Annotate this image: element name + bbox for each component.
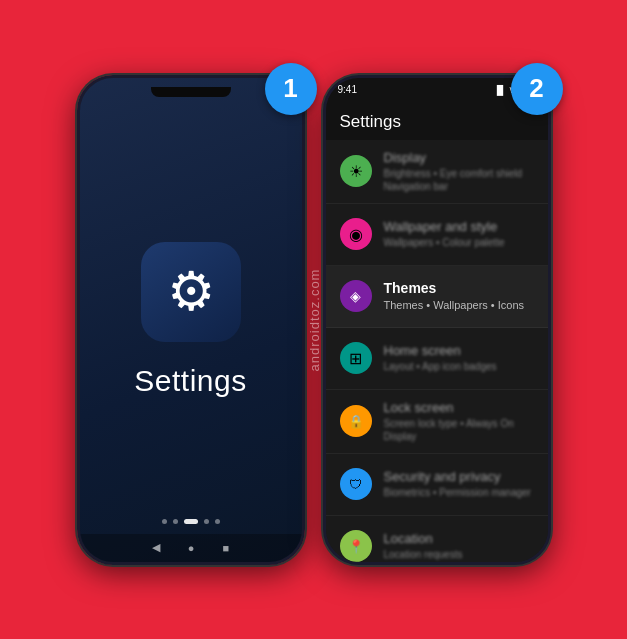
dot-2 — [173, 519, 178, 524]
settings-item-themes[interactable]: ◈ Themes Themes • Wallpapers • Icons — [326, 266, 548, 328]
themes-text: Themes Themes • Wallpapers • Icons — [384, 280, 534, 312]
settings-item-lock[interactable]: 🔒 Lock screen Screen lock type • Always … — [326, 390, 548, 454]
location-text: Location Location requests — [384, 531, 534, 561]
settings-item-display[interactable]: ☀ Display Brightness • Eye comfort shiel… — [326, 140, 548, 204]
security-icon-symbol: 🛡 — [349, 477, 362, 492]
phone2-wrapper: 9:41 ▐▌ WiFi ▮ Settings ☀ — [323, 75, 551, 565]
signal-icon: ▐▌ — [494, 85, 507, 95]
phone1-settings-label: Settings — [134, 364, 246, 398]
home-icon: ⊞ — [340, 342, 372, 374]
badge-2: 2 — [511, 63, 563, 115]
dots-row — [162, 519, 220, 524]
phone2-frame: 9:41 ▐▌ WiFi ▮ Settings ☀ — [323, 75, 551, 565]
wallpaper-subtitle: Wallpapers • Colour palette — [384, 236, 534, 249]
settings-icon-wrapper: ⚙ — [141, 242, 241, 342]
home-icon-symbol: ⊞ — [349, 349, 362, 368]
main-container: androidtoz.com ⚙ Settings — [57, 55, 571, 585]
settings-item-security[interactable]: 🛡 Security and privacy Biometrics • Perm… — [326, 454, 548, 516]
security-subtitle: Biometrics • Permission manager — [384, 486, 534, 499]
phone1-frame: ⚙ Settings ◀ ● ■ — [77, 75, 305, 565]
display-subtitle: Brightness • Eye comfort shield Navigati… — [384, 167, 534, 193]
nav-back: ◀ — [152, 541, 160, 554]
lock-icon: 🔒 — [340, 405, 372, 437]
lock-subtitle: Screen lock type • Always On Display — [384, 417, 534, 443]
location-subtitle: Location requests — [384, 548, 534, 561]
display-title: Display — [384, 150, 534, 165]
settings-list: ☀ Display Brightness • Eye comfort shiel… — [326, 140, 548, 562]
lock-icon-symbol: 🔒 — [348, 414, 364, 429]
dot-5 — [215, 519, 220, 524]
security-text: Security and privacy Biometrics • Permis… — [384, 469, 534, 499]
settings-header: Settings — [326, 102, 548, 140]
settings-title: Settings — [340, 112, 401, 131]
watermark: androidtoz.com — [306, 268, 321, 371]
phone1-wrapper: ⚙ Settings ◀ ● ■ 1 — [77, 75, 305, 565]
home-text: Home screen Layout • App icon badges — [384, 343, 534, 373]
home-title: Home screen — [384, 343, 534, 358]
display-icon-symbol: ☀ — [349, 162, 363, 181]
nav-recent: ■ — [223, 542, 230, 554]
phone1-bottom-bar: ◀ ● ■ — [80, 534, 302, 562]
wallpaper-text: Wallpaper and style Wallpapers • Colour … — [384, 219, 534, 249]
themes-subtitle: Themes • Wallpapers • Icons — [384, 298, 534, 312]
location-icon-symbol: 📍 — [348, 539, 364, 554]
wallpaper-icon: ◉ — [340, 218, 372, 250]
display-text: Display Brightness • Eye comfort shield … — [384, 150, 534, 193]
settings-item-home[interactable]: ⊞ Home screen Layout • App icon badges — [326, 328, 548, 390]
settings-item-wallpaper[interactable]: ◉ Wallpaper and style Wallpapers • Colou… — [326, 204, 548, 266]
lock-text: Lock screen Screen lock type • Always On… — [384, 400, 534, 443]
status-time: 9:41 — [338, 84, 357, 95]
dot-1 — [162, 519, 167, 524]
gear-icon: ⚙ — [167, 260, 215, 323]
security-icon: 🛡 — [340, 468, 372, 500]
phone2-inner: 9:41 ▐▌ WiFi ▮ Settings ☀ — [326, 78, 548, 562]
security-title: Security and privacy — [384, 469, 534, 484]
wallpaper-title: Wallpaper and style — [384, 219, 534, 234]
dot-3-active — [184, 519, 198, 524]
nav-home: ● — [188, 542, 195, 554]
phone1-inner: ⚙ Settings ◀ ● ■ — [80, 78, 302, 562]
dot-4 — [204, 519, 209, 524]
wallpaper-icon-symbol: ◉ — [349, 225, 363, 244]
themes-title: Themes — [384, 280, 534, 296]
location-icon: 📍 — [340, 530, 372, 562]
notch — [151, 87, 231, 97]
badge-1: 1 — [265, 63, 317, 115]
settings-item-location[interactable]: 📍 Location Location requests — [326, 516, 548, 562]
display-icon: ☀ — [340, 155, 372, 187]
lock-title: Lock screen — [384, 400, 534, 415]
home-subtitle: Layout • App icon badges — [384, 360, 534, 373]
themes-icon: ◈ — [340, 280, 372, 312]
location-title: Location — [384, 531, 534, 546]
themes-icon-symbol: ◈ — [350, 288, 361, 304]
